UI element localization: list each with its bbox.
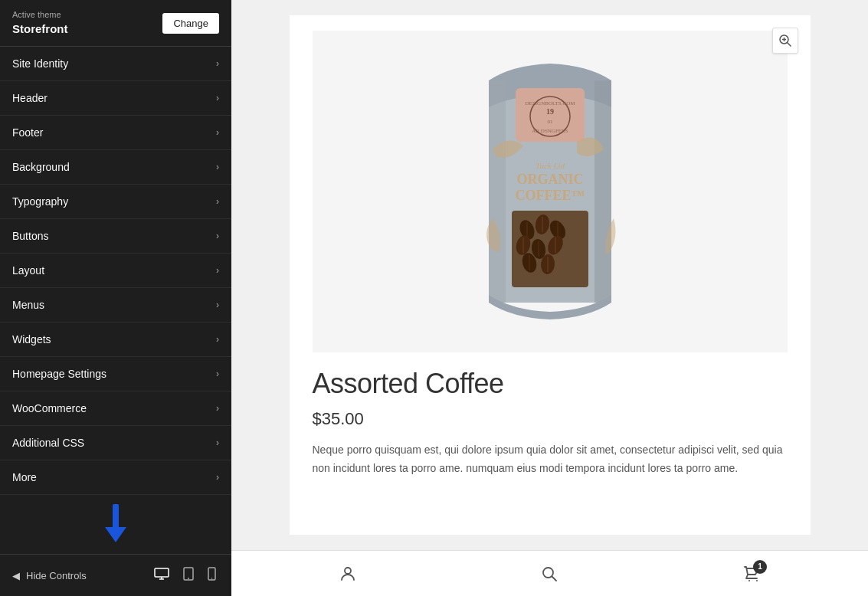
svg-rect-13 bbox=[594, 80, 611, 303]
sidebar-item-label: Widgets bbox=[12, 333, 51, 345]
chevron-icon: › bbox=[216, 368, 219, 379]
theme-info: Active theme Storefront bbox=[12, 9, 68, 37]
chevron-icon: › bbox=[216, 334, 219, 345]
hide-controls-button[interactable]: ◀ Hide Controls bbox=[12, 570, 87, 581]
sidebar-item-label: More bbox=[12, 471, 37, 483]
chevron-icon: › bbox=[216, 58, 219, 69]
device-icons bbox=[151, 564, 219, 587]
active-theme-label: Active theme bbox=[12, 9, 68, 21]
mobile-icon[interactable] bbox=[205, 564, 219, 587]
svg-point-40 bbox=[345, 568, 351, 574]
product-price: $35.00 bbox=[313, 409, 788, 429]
sidebar-item-buttons[interactable]: Buttons › bbox=[0, 219, 231, 254]
search-icon-button[interactable] bbox=[540, 565, 558, 583]
sidebar-item-label: Header bbox=[12, 92, 47, 104]
sidebar-item-more[interactable]: More › bbox=[0, 460, 231, 495]
cart-icon-button[interactable]: 1 bbox=[742, 565, 761, 583]
user-icon-button[interactable] bbox=[339, 565, 357, 583]
chevron-icon: › bbox=[216, 265, 219, 276]
sidebar-item-label: Buttons bbox=[12, 230, 48, 242]
chevron-icon: › bbox=[216, 127, 219, 138]
svg-point-44 bbox=[756, 580, 758, 581]
sidebar-item-widgets[interactable]: Widgets › bbox=[0, 323, 231, 357]
preview-area: DESIGNBOLTS.COM 19 01 AR DSNGFERS Tuck L… bbox=[231, 0, 868, 550]
main-preview: DESIGNBOLTS.COM 19 01 AR DSNGFERS Tuck L… bbox=[231, 0, 868, 596]
bottom-bar: 1 bbox=[231, 550, 868, 596]
sidebar-item-woocommerce[interactable]: WooCommerce › bbox=[0, 391, 231, 426]
customizer-nav: Site Identity › Header › Footer › Backgr… bbox=[0, 47, 231, 554]
chevron-icon: › bbox=[216, 403, 219, 414]
chevron-icon: › bbox=[216, 472, 219, 483]
sidebar-item-menus[interactable]: Menus › bbox=[0, 288, 231, 323]
tablet-icon[interactable] bbox=[180, 564, 197, 587]
svg-point-6 bbox=[211, 578, 213, 579]
sidebar-item-label: Additional CSS bbox=[12, 437, 84, 449]
sidebar-item-label: Site Identity bbox=[12, 57, 68, 70]
sidebar-item-background[interactable]: Background › bbox=[0, 150, 231, 185]
svg-point-43 bbox=[748, 580, 750, 581]
sidebar-item-additional-css[interactable]: Additional CSS › bbox=[0, 426, 231, 460]
sidebar-item-site-identity[interactable]: Site Identity › bbox=[0, 47, 231, 81]
chevron-icon: › bbox=[216, 437, 219, 448]
product-page: DESIGNBOLTS.COM 19 01 AR DSNGFERS Tuck L… bbox=[290, 15, 811, 535]
hide-controls-icon: ◀ bbox=[12, 570, 20, 581]
sidebar-footer: ◀ Hide Controls bbox=[0, 554, 231, 596]
sidebar: Active theme Storefront Change Site Iden… bbox=[0, 0, 231, 596]
sidebar-header: Active theme Storefront Change bbox=[0, 0, 231, 47]
sidebar-item-typography[interactable]: Typography › bbox=[0, 185, 231, 219]
chevron-icon: › bbox=[216, 162, 219, 172]
svg-text:Tuck Lid: Tuck Lid bbox=[535, 161, 565, 170]
sidebar-item-label: Homepage Settings bbox=[12, 368, 106, 380]
sidebar-item-footer[interactable]: Footer › bbox=[0, 116, 231, 150]
sidebar-item-label: Background bbox=[12, 161, 70, 173]
zoom-button[interactable] bbox=[772, 28, 798, 54]
svg-line-8 bbox=[787, 43, 791, 47]
theme-name: Storefront bbox=[12, 21, 68, 37]
svg-rect-12 bbox=[489, 80, 506, 303]
svg-point-4 bbox=[188, 578, 189, 579]
chevron-icon: › bbox=[216, 300, 219, 310]
product-title: Assorted Coffee bbox=[313, 368, 788, 400]
sidebar-item-homepage-settings[interactable]: Homepage Settings › bbox=[0, 357, 231, 391]
svg-text:COFFEE™: COFFEE™ bbox=[515, 188, 585, 203]
chevron-icon: › bbox=[216, 93, 219, 103]
sidebar-item-label: Footer bbox=[12, 126, 43, 139]
svg-text:19: 19 bbox=[546, 107, 554, 116]
desktop-icon[interactable] bbox=[151, 565, 172, 586]
chevron-icon: › bbox=[216, 231, 219, 241]
cart-badge: 1 bbox=[753, 560, 767, 574]
product-image: DESIGNBOLTS.COM 19 01 AR DSNGFERS Tuck L… bbox=[470, 50, 631, 333]
svg-text:01: 01 bbox=[547, 119, 553, 125]
change-theme-button[interactable]: Change bbox=[162, 13, 219, 34]
product-description: Neque porro quisquam est, qui dolore ips… bbox=[313, 441, 788, 478]
chevron-icon: › bbox=[216, 196, 219, 207]
sidebar-item-label: WooCommerce bbox=[12, 402, 87, 414]
svg-text:ORGANIC: ORGANIC bbox=[516, 172, 583, 187]
svg-line-42 bbox=[552, 576, 557, 581]
svg-rect-0 bbox=[155, 568, 169, 577]
sidebar-item-label: Layout bbox=[12, 264, 44, 277]
hide-controls-label: Hide Controls bbox=[26, 570, 87, 581]
sidebar-item-label: Menus bbox=[12, 299, 44, 311]
sidebar-item-label: Typography bbox=[12, 195, 68, 208]
product-image-container: DESIGNBOLTS.COM 19 01 AR DSNGFERS Tuck L… bbox=[313, 31, 788, 352]
sidebar-item-header[interactable]: Header › bbox=[0, 81, 231, 116]
sidebar-item-layout[interactable]: Layout › bbox=[0, 254, 231, 288]
